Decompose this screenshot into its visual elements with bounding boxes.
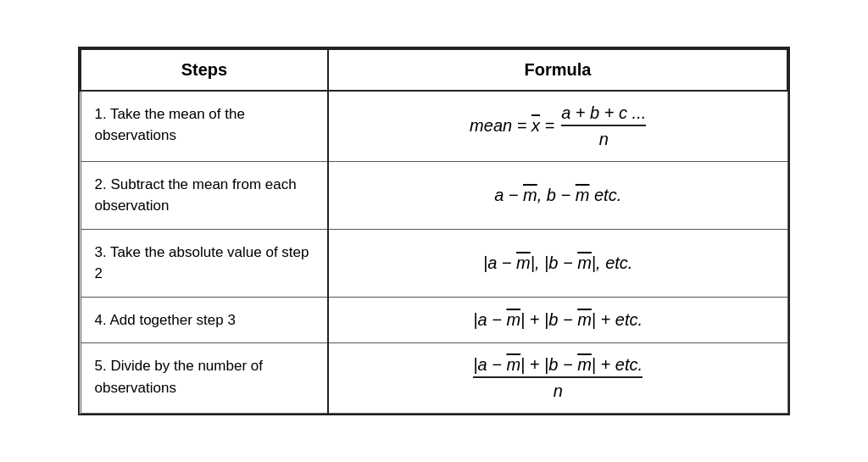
table-row: 3. Take the absolute value of step 2 |a … <box>81 229 787 297</box>
main-table-container: Steps Formula 1. Take the mean of the ob… <box>78 47 790 416</box>
steps-formula-table: Steps Formula 1. Take the mean of the ob… <box>80 48 788 415</box>
steps-header: Steps <box>81 49 328 91</box>
step-5-label: 5. Divide by the number of observations <box>81 343 328 414</box>
formula-3: |a − m|, |b − m|, etc. <box>328 229 787 297</box>
formula-4: |a − m| + |b − m| + etc. <box>328 297 787 343</box>
table-row: 4. Add together step 3 |a − m| + |b − m|… <box>81 297 787 343</box>
table-row: 1. Take the mean of the observations mea… <box>81 91 787 162</box>
step-4-label: 4. Add together step 3 <box>81 297 328 343</box>
table-row: 2. Subtract the mean from each observati… <box>81 161 787 229</box>
step-3-label: 3. Take the absolute value of step 2 <box>81 229 328 297</box>
table-row: 5. Divide by the number of observations … <box>81 343 787 414</box>
step-1-label: 1. Take the mean of the observations <box>81 91 328 162</box>
formula-1: mean = x = a + b + c ... n <box>328 91 787 162</box>
formula-2: a − m, b − m etc. <box>328 161 787 229</box>
formula-header: Formula <box>328 49 787 91</box>
step-2-label: 2. Subtract the mean from each observati… <box>81 161 328 229</box>
formula-5: |a − m| + |b − m| + etc. n <box>328 343 787 414</box>
